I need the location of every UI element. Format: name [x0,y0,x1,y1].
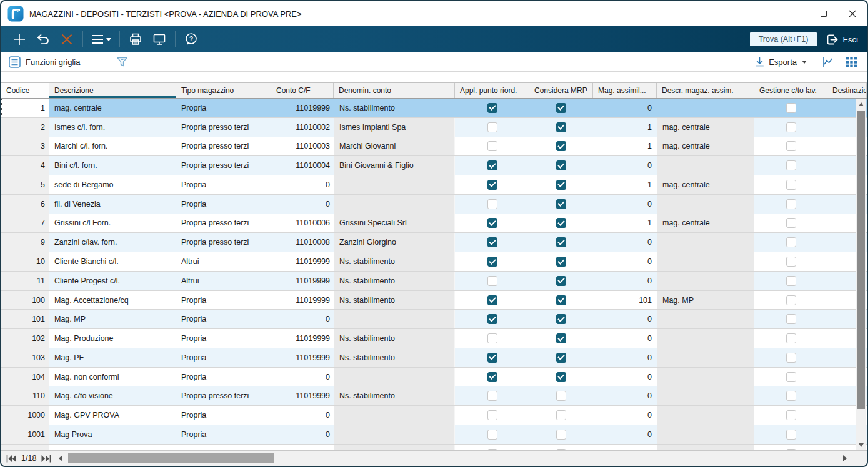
appl-punto-riord-checkbox[interactable] [487,103,497,113]
horizontal-scrollbar-thumb[interactable] [68,453,274,463]
cell-codice[interactable]: 9 [1,233,49,252]
cell-codice[interactable]: 102 [1,329,49,348]
cell-mag-assimilato[interactable]: 0 [593,233,657,252]
column-header-assim[interactable]: Mag. assimil... [593,83,657,98]
cell-tipo-magazzino[interactable]: Propria [176,175,271,194]
cell-mag-assimilato[interactable] [593,445,657,450]
cell-codice[interactable]: 101 [1,310,49,328]
cell-codice[interactable]: 103 [1,348,49,367]
cell-mag-assimilato[interactable]: 0 [593,425,657,444]
cell-conto-cf[interactable]: 0 [271,175,334,194]
appl-punto-riord-checkbox[interactable] [487,353,497,363]
column-header-gest[interactable]: Gestione c/to lav. [754,83,827,98]
cell-codice[interactable]: 3 [1,137,49,156]
considera-mrp-checkbox[interactable] [556,103,566,113]
cell-descrizione[interactable]: Zanzini c/lav. forn. [49,233,176,252]
cell-descrizione[interactable]: Marchi c/l. forn. [49,137,176,156]
cell-mag-assimilato[interactable]: 101 [593,291,657,310]
column-header-codice[interactable]: Codice [1,83,49,98]
cell-tipo-magazzino[interactable]: Propria presso terzi [176,233,271,252]
filter-button[interactable] [116,56,128,68]
table-row[interactable]: 104 Mag. non conformi Propria 0 0 [1,368,867,387]
cell-descrizione[interactable]: Mag. MP [49,310,176,328]
gestione-cto-lav-checkbox[interactable] [786,218,796,228]
scroll-right-button[interactable] [843,455,847,461]
cell-tipo-magazzino[interactable]: Propria [176,425,271,444]
table-row[interactable]: 6 fil. di Venezia Propria 0 0 [1,195,867,214]
minimize-button[interactable] [781,1,809,26]
cell-codice[interactable]: 7 [1,214,49,233]
cell-mag-assimilato[interactable]: 0 [593,99,657,117]
cell-conto-cf[interactable] [271,445,334,450]
undo-button[interactable] [31,29,55,50]
appl-punto-riord-checkbox[interactable] [487,276,497,286]
column-header-appl[interactable]: Appl. punto riord. [455,83,529,98]
appl-punto-riord-checkbox[interactable] [487,160,497,170]
considera-mrp-checkbox[interactable] [556,180,566,190]
column-header-mrp[interactable]: Considera MRP [529,83,593,98]
cell-mag-assimilato[interactable]: 1 [593,137,657,156]
cell-mag-assimilato[interactable]: 0 [593,310,657,328]
cell-codice[interactable]: 1 [1,99,49,117]
column-header-desc[interactable]: Descrizione [49,83,176,98]
cell-conto-cf[interactable]: 0 [271,368,334,386]
cell-descrizione[interactable]: Ismes c/l. forn. [49,118,176,137]
appl-punto-riord-checkbox[interactable] [487,449,497,450]
appl-punto-riord-checkbox[interactable] [487,122,497,132]
considera-mrp-checkbox[interactable] [556,276,566,286]
table-row[interactable]: 2 Ismes c/l. forn. Propria presso terzi … [1,118,867,137]
appl-punto-riord-checkbox[interactable] [487,372,497,382]
cell-conto-cf[interactable]: 11019999 [271,291,334,310]
preview-button[interactable] [147,29,171,50]
considera-mrp-checkbox[interactable] [556,199,566,209]
appl-punto-riord-checkbox[interactable] [487,430,497,440]
appl-punto-riord-checkbox[interactable] [487,333,497,343]
gestione-cto-lav-checkbox[interactable] [786,257,796,267]
gestione-cto-lav-checkbox[interactable] [786,391,796,401]
cell-tipo-magazzino[interactable]: Propria presso terzi [176,137,271,156]
cell-codice[interactable]: 4 [1,156,49,175]
column-header-dest[interactable]: Destinazio [827,83,867,98]
delete-button[interactable] [55,29,79,50]
cell-codice[interactable]: 6 [1,195,49,214]
appl-punto-riord-checkbox[interactable] [487,391,497,401]
cell-descrizione[interactable]: Cliente Bianchi c/l. [49,252,176,271]
menu-button[interactable] [87,29,116,50]
considera-mrp-checkbox[interactable] [556,141,566,151]
cell-mag-assimilato[interactable]: 0 [593,195,657,214]
table-row[interactable]: 1 mag. centrale Propria 11019999 Ns. sta… [1,99,867,118]
cell-codice[interactable]: 11 [1,272,49,290]
considera-mrp-checkbox[interactable] [556,314,566,324]
gestione-cto-lav-checkbox[interactable] [786,141,796,151]
cell-tipo-magazzino[interactable] [176,445,271,450]
considera-mrp-checkbox[interactable] [556,257,566,267]
table-row[interactable]: 10 Cliente Bianchi c/l. Altrui 11019999 … [1,252,867,272]
cell-conto-cf[interactable]: 11019999 [271,272,334,290]
appl-punto-riord-checkbox[interactable] [487,141,497,151]
appl-punto-riord-checkbox[interactable] [487,410,497,420]
appl-punto-riord-checkbox[interactable] [487,237,497,247]
cell-mag-assimilato[interactable]: 0 [593,272,657,290]
cell-descrizione[interactable]: Mag. GPV PROVA [49,406,176,425]
cell-descrizione[interactable]: Mag. c/to visione [49,386,176,405]
considera-mrp-checkbox[interactable] [556,353,566,363]
considera-mrp-checkbox[interactable] [556,391,566,401]
column-header-conto[interactable]: Conto C/F [271,83,334,98]
cell-descrizione[interactable]: Mag. Accettazione/cq [49,291,176,310]
cell-conto-cf[interactable]: 0 [271,195,334,214]
maximize-button[interactable] [809,1,838,26]
cell-codice[interactable]: 104 [1,368,49,386]
cell-descrizione[interactable]: sede di Bergamo [49,175,176,194]
cell-conto-cf[interactable]: 11010003 [271,137,334,156]
column-header-tipo[interactable]: Tipo magazzino [176,83,271,98]
gestione-cto-lav-checkbox[interactable] [786,160,796,170]
cell-tipo-magazzino[interactable]: Propria presso terzi [176,214,271,233]
considera-mrp-checkbox[interactable] [556,333,566,343]
scroll-up-button[interactable] [856,99,866,109]
appl-punto-riord-checkbox[interactable] [487,218,497,228]
cell-codice[interactable]: 100 [1,291,49,310]
grid-view-button[interactable] [846,57,857,67]
cell-tipo-magazzino[interactable]: Propria presso terzi [176,386,271,405]
cell-mag-assimilato[interactable]: 0 [593,406,657,425]
cell-mag-assimilato[interactable]: 0 [593,329,657,348]
